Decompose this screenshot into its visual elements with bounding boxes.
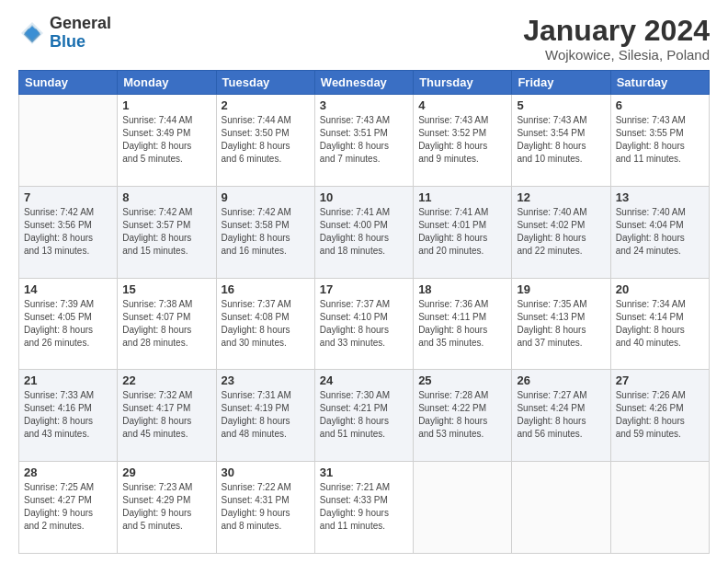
- day-info: Sunrise: 7:26 AM Sunset: 4:26 PM Dayligh…: [616, 389, 704, 441]
- calendar-cell: [512, 462, 610, 554]
- calendar-cell: 23Sunrise: 7:31 AM Sunset: 4:19 PM Dayli…: [216, 370, 314, 462]
- day-info: Sunrise: 7:21 AM Sunset: 4:33 PM Dayligh…: [320, 481, 408, 533]
- day-info: Sunrise: 7:25 AM Sunset: 4:27 PM Dayligh…: [24, 481, 112, 533]
- day-info: Sunrise: 7:42 AM Sunset: 3:56 PM Dayligh…: [24, 206, 112, 258]
- day-number: 13: [616, 190, 704, 204]
- day-info: Sunrise: 7:32 AM Sunset: 4:17 PM Dayligh…: [122, 389, 210, 441]
- day-number: 18: [418, 282, 506, 296]
- day-number: 21: [24, 373, 112, 387]
- calendar-cell: 22Sunrise: 7:32 AM Sunset: 4:17 PM Dayli…: [118, 370, 216, 462]
- day-number: 10: [320, 190, 408, 204]
- calendar-cell: 30Sunrise: 7:22 AM Sunset: 4:31 PM Dayli…: [216, 462, 314, 554]
- calendar-header-row: SundayMondayTuesdayWednesdayThursdayFrid…: [19, 71, 710, 95]
- day-number: 4: [418, 98, 506, 112]
- calendar-cell: 25Sunrise: 7:28 AM Sunset: 4:22 PM Dayli…: [414, 370, 512, 462]
- logo: General Blue: [18, 15, 111, 52]
- day-info: Sunrise: 7:44 AM Sunset: 3:50 PM Dayligh…: [222, 114, 310, 166]
- day-info: Sunrise: 7:38 AM Sunset: 4:07 PM Dayligh…: [122, 298, 210, 350]
- title-block: January 2024 Wojkowice, Silesia, Poland: [523, 15, 710, 63]
- day-info: Sunrise: 7:43 AM Sunset: 3:51 PM Dayligh…: [320, 114, 408, 166]
- day-number: 16: [222, 282, 310, 296]
- day-number: 23: [222, 373, 310, 387]
- calendar-cell: [19, 95, 118, 187]
- header-wednesday: Wednesday: [314, 71, 413, 95]
- calendar-cell: 13Sunrise: 7:40 AM Sunset: 4:04 PM Dayli…: [610, 186, 709, 278]
- calendar-week-4: 21Sunrise: 7:33 AM Sunset: 4:16 PM Dayli…: [19, 370, 710, 462]
- logo-icon: [18, 19, 46, 47]
- day-number: 12: [517, 190, 605, 204]
- calendar-cell: 24Sunrise: 7:30 AM Sunset: 4:21 PM Dayli…: [314, 370, 413, 462]
- day-info: Sunrise: 7:43 AM Sunset: 3:54 PM Dayligh…: [517, 114, 605, 166]
- day-number: 19: [517, 282, 605, 296]
- day-number: 22: [122, 373, 210, 387]
- calendar-cell: 18Sunrise: 7:36 AM Sunset: 4:11 PM Dayli…: [414, 278, 512, 370]
- logo-general: General: [50, 15, 111, 33]
- logo-blue: Blue: [50, 33, 111, 52]
- main-title: January 2024: [523, 15, 710, 47]
- day-info: Sunrise: 7:27 AM Sunset: 4:24 PM Dayligh…: [517, 389, 605, 441]
- day-info: Sunrise: 7:36 AM Sunset: 4:11 PM Dayligh…: [418, 298, 506, 350]
- calendar-cell: 16Sunrise: 7:37 AM Sunset: 4:08 PM Dayli…: [216, 278, 314, 370]
- calendar-cell: 29Sunrise: 7:23 AM Sunset: 4:29 PM Dayli…: [118, 462, 216, 554]
- day-info: Sunrise: 7:28 AM Sunset: 4:22 PM Dayligh…: [418, 389, 506, 441]
- day-number: 31: [320, 465, 408, 479]
- day-info: Sunrise: 7:37 AM Sunset: 4:10 PM Dayligh…: [320, 298, 408, 350]
- calendar-week-5: 28Sunrise: 7:25 AM Sunset: 4:27 PM Dayli…: [19, 462, 710, 554]
- logo-text: General Blue: [50, 15, 111, 52]
- calendar-cell: 31Sunrise: 7:21 AM Sunset: 4:33 PM Dayli…: [314, 462, 413, 554]
- day-info: Sunrise: 7:44 AM Sunset: 3:49 PM Dayligh…: [122, 114, 210, 166]
- day-info: Sunrise: 7:43 AM Sunset: 3:55 PM Dayligh…: [616, 114, 704, 166]
- day-number: 6: [616, 98, 704, 112]
- day-info: Sunrise: 7:43 AM Sunset: 3:52 PM Dayligh…: [418, 114, 506, 166]
- day-info: Sunrise: 7:42 AM Sunset: 3:57 PM Dayligh…: [122, 206, 210, 258]
- calendar-cell: 11Sunrise: 7:41 AM Sunset: 4:01 PM Dayli…: [414, 186, 512, 278]
- day-info: Sunrise: 7:37 AM Sunset: 4:08 PM Dayligh…: [222, 298, 310, 350]
- calendar-week-1: 1Sunrise: 7:44 AM Sunset: 3:49 PM Daylig…: [19, 95, 710, 187]
- calendar-cell: 7Sunrise: 7:42 AM Sunset: 3:56 PM Daylig…: [19, 186, 118, 278]
- day-number: 24: [320, 373, 408, 387]
- day-number: 30: [222, 465, 310, 479]
- day-number: 17: [320, 282, 408, 296]
- day-info: Sunrise: 7:42 AM Sunset: 3:58 PM Dayligh…: [222, 206, 310, 258]
- day-info: Sunrise: 7:40 AM Sunset: 4:04 PM Dayligh…: [616, 206, 704, 258]
- header-saturday: Saturday: [610, 71, 709, 95]
- day-info: Sunrise: 7:31 AM Sunset: 4:19 PM Dayligh…: [222, 389, 310, 441]
- calendar-cell: [610, 462, 709, 554]
- day-info: Sunrise: 7:23 AM Sunset: 4:29 PM Dayligh…: [122, 481, 210, 533]
- calendar-cell: 15Sunrise: 7:38 AM Sunset: 4:07 PM Dayli…: [118, 278, 216, 370]
- calendar-cell: 6Sunrise: 7:43 AM Sunset: 3:55 PM Daylig…: [610, 95, 709, 187]
- day-info: Sunrise: 7:40 AM Sunset: 4:02 PM Dayligh…: [517, 206, 605, 258]
- calendar-cell: 5Sunrise: 7:43 AM Sunset: 3:54 PM Daylig…: [512, 95, 610, 187]
- calendar-table: SundayMondayTuesdayWednesdayThursdayFrid…: [18, 70, 710, 554]
- day-number: 26: [517, 373, 605, 387]
- day-info: Sunrise: 7:34 AM Sunset: 4:14 PM Dayligh…: [616, 298, 704, 350]
- day-info: Sunrise: 7:33 AM Sunset: 4:16 PM Dayligh…: [24, 389, 112, 441]
- day-info: Sunrise: 7:30 AM Sunset: 4:21 PM Dayligh…: [320, 389, 408, 441]
- header-sunday: Sunday: [19, 71, 118, 95]
- calendar-cell: 26Sunrise: 7:27 AM Sunset: 4:24 PM Dayli…: [512, 370, 610, 462]
- calendar-cell: 12Sunrise: 7:40 AM Sunset: 4:02 PM Dayli…: [512, 186, 610, 278]
- day-number: 25: [418, 373, 506, 387]
- day-number: 28: [24, 465, 112, 479]
- calendar-cell: 10Sunrise: 7:41 AM Sunset: 4:00 PM Dayli…: [314, 186, 413, 278]
- calendar-cell: 17Sunrise: 7:37 AM Sunset: 4:10 PM Dayli…: [314, 278, 413, 370]
- header-thursday: Thursday: [414, 71, 512, 95]
- calendar-cell: 28Sunrise: 7:25 AM Sunset: 4:27 PM Dayli…: [19, 462, 118, 554]
- day-number: 27: [616, 373, 704, 387]
- day-number: 14: [24, 282, 112, 296]
- calendar-cell: 19Sunrise: 7:35 AM Sunset: 4:13 PM Dayli…: [512, 278, 610, 370]
- calendar-cell: [414, 462, 512, 554]
- day-info: Sunrise: 7:39 AM Sunset: 4:05 PM Dayligh…: [24, 298, 112, 350]
- calendar-cell: 3Sunrise: 7:43 AM Sunset: 3:51 PM Daylig…: [314, 95, 413, 187]
- day-number: 1: [122, 98, 210, 112]
- day-number: 20: [616, 282, 704, 296]
- page: General Blue January 2024 Wojkowice, Sil…: [0, 0, 728, 563]
- day-number: 29: [122, 465, 210, 479]
- header-monday: Monday: [118, 71, 216, 95]
- calendar-cell: 21Sunrise: 7:33 AM Sunset: 4:16 PM Dayli…: [19, 370, 118, 462]
- day-number: 9: [222, 190, 310, 204]
- calendar-cell: 9Sunrise: 7:42 AM Sunset: 3:58 PM Daylig…: [216, 186, 314, 278]
- day-number: 8: [122, 190, 210, 204]
- calendar-cell: 1Sunrise: 7:44 AM Sunset: 3:49 PM Daylig…: [118, 95, 216, 187]
- day-number: 7: [24, 190, 112, 204]
